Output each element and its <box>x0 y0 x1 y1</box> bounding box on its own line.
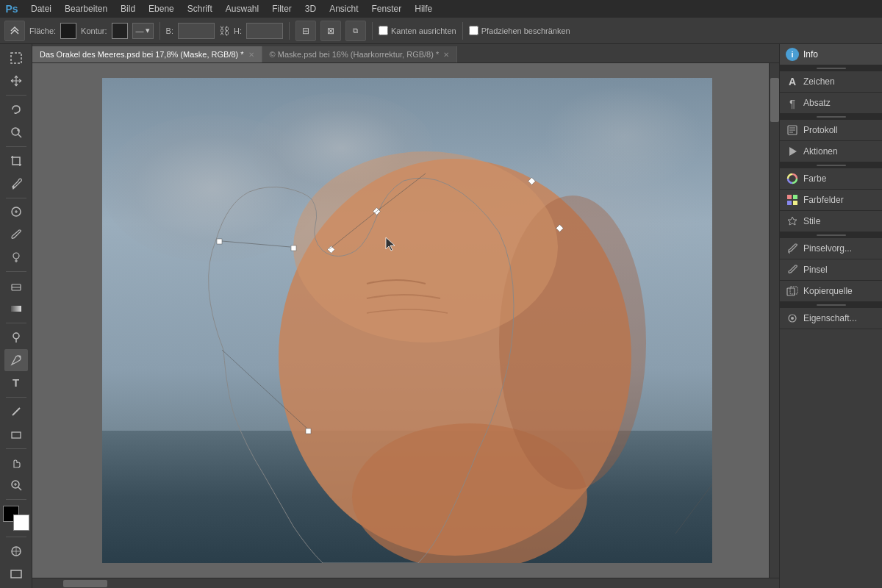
selection-tool-btn[interactable] <box>4 47 28 69</box>
aktionen-icon <box>786 145 799 158</box>
tb-separator-1 <box>6 95 26 96</box>
eraser-tool-btn[interactable] <box>4 275 28 297</box>
svg-point-16 <box>293 151 558 343</box>
svg-point-8 <box>18 355 21 357</box>
panel-pinsel-header[interactable]: Pinsel <box>780 259 882 280</box>
panel-protokoll-header[interactable]: Protokoll <box>780 120 882 140</box>
tool-preset-picker[interactable] <box>4 21 25 41</box>
panel-section-stile: Stile <box>780 211 882 232</box>
panel-stile-label: Stile <box>803 216 876 226</box>
panel-absatz-header[interactable]: ¶ Absatz <box>780 93 882 113</box>
gradient-tool-btn[interactable] <box>4 298 28 320</box>
b-label: B: <box>166 26 173 35</box>
panel-zeichen-header[interactable]: A Zeichen <box>780 71 882 92</box>
pfadziehen-label[interactable]: Pfadziehen beschränken <box>469 26 570 35</box>
menu-fenster[interactable]: Fenster <box>366 2 408 15</box>
panel-section-zeichen: A Zeichen <box>780 71 882 93</box>
farbfelder-icon <box>786 193 799 207</box>
h-input[interactable] <box>246 23 283 39</box>
tabs-bar: Das Orakel des Meeres.psd bei 17,8% (Mas… <box>32 44 779 63</box>
panel-info-label: Info <box>803 49 876 60</box>
tb-separator-7 <box>6 448 26 449</box>
panel-kopierquelle-label: Kopierquelle <box>803 286 876 296</box>
svg-rect-9 <box>12 432 21 438</box>
zoom-tool-btn[interactable] <box>4 475 28 497</box>
dodge-tool-btn[interactable] <box>4 326 28 348</box>
flaeche-swatch[interactable] <box>60 23 76 39</box>
pinselvorgang-icon <box>786 242 799 255</box>
tab-orakel[interactable]: Das Orakel des Meeres.psd bei 17,8% (Mas… <box>32 46 262 62</box>
color-swatches[interactable] <box>3 506 29 531</box>
align-center-btn[interactable]: ⊠ <box>320 21 341 41</box>
kontur-dropdown[interactable]: —▾ <box>132 23 154 39</box>
menu-bild[interactable]: Bild <box>115 2 141 15</box>
kopierquelle-icon <box>786 284 799 298</box>
kontur-swatch[interactable] <box>112 23 128 39</box>
panel-section-info: i Info <box>780 44 882 65</box>
panel-info-header[interactable]: i Info <box>780 44 882 65</box>
shape-tool-btn[interactable] <box>4 423 28 445</box>
b-input[interactable] <box>178 23 215 39</box>
menu-schrift[interactable]: Schrift <box>182 2 218 15</box>
menu-hilfe[interactable]: Hilfe <box>409 2 438 15</box>
path-select-btn[interactable] <box>4 401 28 423</box>
farbe-icon <box>786 172 799 185</box>
tab-maske[interactable]: © Maske.psd bei 16% (Haarkorrektur, RGB/… <box>262 46 458 62</box>
options-bar: Fläche: Kontur: —▾ B: ⛓ H: ⊟ ⊠ ⧉ Kanten … <box>0 18 882 44</box>
menu-datei[interactable]: Datei <box>25 2 57 15</box>
clone-stamp-btn[interactable] <box>4 246 28 268</box>
menu-filter[interactable]: Filter <box>266 2 298 15</box>
menu-bearbeiten[interactable]: Bearbeiten <box>59 2 113 15</box>
crop-tool-btn[interactable] <box>4 150 28 172</box>
pinsel-icon <box>786 263 799 276</box>
move-tool-btn[interactable] <box>4 70 28 92</box>
menu-3d[interactable]: 3D <box>299 2 322 15</box>
background-color[interactable] <box>13 514 29 531</box>
eyedropper-tool-btn[interactable] <box>4 173 28 195</box>
kanten-ausrichten-checkbox[interactable] <box>379 26 388 35</box>
screen-mode-btn[interactable] <box>4 563 28 585</box>
quick-mask-btn[interactable] <box>4 540 28 562</box>
tab-orakel-label: Das Orakel des Meeres.psd bei 17,8% (Mas… <box>40 50 244 59</box>
tb-separator-6 <box>6 397 26 398</box>
menu-ansicht[interactable]: Ansicht <box>323 2 364 15</box>
absatz-icon: ¶ <box>786 96 799 110</box>
panel-pinselvorgang-header[interactable]: Pinselvorg... <box>780 238 882 259</box>
zeichen-icon: A <box>786 75 799 88</box>
panel-section-farbe: Farbe <box>780 168 882 190</box>
scrollbar-right[interactable] <box>769 63 779 578</box>
scrollbar-bottom[interactable] <box>32 578 779 588</box>
panel-section-absatz: ¶ Absatz <box>780 93 882 114</box>
align-left-btn[interactable]: ⊟ <box>295 21 316 41</box>
menu-ebene[interactable]: Ebene <box>143 2 180 15</box>
spot-heal-btn[interactable] <box>4 201 28 223</box>
scrollbar-bottom-thumb[interactable] <box>63 580 107 587</box>
pen-tool-btn[interactable] <box>4 349 28 371</box>
tb-separator-9 <box>6 537 26 537</box>
panel-aktionen-header[interactable]: Aktionen <box>780 141 882 162</box>
tab-orakel-close[interactable]: ✕ <box>248 51 254 59</box>
menu-auswahl[interactable]: Auswahl <box>220 2 265 15</box>
canvas-container[interactable] <box>32 63 769 578</box>
tab-maske-label: © Maske.psd bei 16% (Haarkorrektur, RGB/… <box>270 50 440 59</box>
brush-tool-btn[interactable] <box>4 223 28 245</box>
scrollbar-thumb[interactable] <box>770 78 779 122</box>
panel-eigenschaft-header[interactable]: Eigenschaft... <box>780 308 882 329</box>
panel-stile-header[interactable]: Stile <box>780 211 882 232</box>
hand-tool-btn[interactable] <box>4 452 28 474</box>
pfadziehen-checkbox[interactable] <box>469 26 478 35</box>
quick-select-btn[interactable] <box>4 121 28 143</box>
tab-maske-close[interactable]: ✕ <box>443 51 449 59</box>
separator2 <box>289 22 290 40</box>
type-tool-btn[interactable]: T <box>4 372 28 394</box>
lasso-tool-btn[interactable] <box>4 98 28 121</box>
align-layers-btn[interactable]: ⧉ <box>345 21 366 41</box>
panel-farbfelder-header[interactable]: Farbfelder <box>780 190 882 210</box>
panel-farbe-header[interactable]: Farbe <box>780 168 882 189</box>
panel-divider-2 <box>780 114 882 120</box>
panel-kopierquelle-header[interactable]: Kopierquelle <box>780 281 882 301</box>
panel-aktionen-label: Aktionen <box>803 146 876 157</box>
info-icon: i <box>786 48 799 61</box>
panel-divider-4 <box>780 232 882 238</box>
kanten-ausrichten-label[interactable]: Kanten ausrichten <box>379 26 456 35</box>
